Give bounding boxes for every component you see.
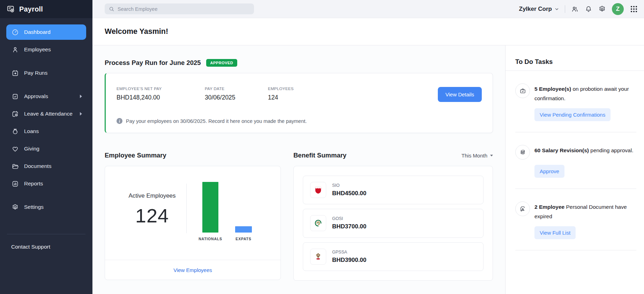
chart-axis bbox=[186, 184, 187, 233]
stat-label: EMPLOYEE’S NET PAY bbox=[117, 87, 205, 91]
benefit-amount: BHD4500.00 bbox=[332, 190, 366, 197]
nationals-bar bbox=[202, 182, 218, 233]
sidebar: Payroll Dashboard Employees Pay Runs Ap bbox=[0, 0, 92, 294]
sidebar-item-leave-attendance[interactable]: Leave & Attendance bbox=[6, 106, 86, 122]
documents-icon bbox=[12, 163, 19, 170]
payrun-card: EMPLOYEE’S NET PAY BHD148,240.00 PAY DAT… bbox=[105, 73, 493, 133]
reports-icon bbox=[12, 180, 19, 188]
settings-icon bbox=[12, 204, 19, 211]
topbar: Zylker Corp Z bbox=[92, 0, 644, 18]
task-text: 5 Employee(s) on probotion await your co… bbox=[534, 83, 636, 103]
todo-task-expired-documents: 2 Employee Personal Document have expire… bbox=[515, 189, 636, 250]
welcome-bar: Welcome Yasmin! bbox=[92, 18, 644, 45]
sidebar-item-employees[interactable]: Employees bbox=[6, 42, 86, 57]
sidebar-item-label: Reports bbox=[24, 181, 43, 187]
contact-support-link[interactable]: Contact Support bbox=[0, 234, 92, 250]
chevron-down-icon bbox=[490, 155, 493, 156]
sidebar-item-label: Settings bbox=[24, 204, 44, 210]
todo-task-salary-revisions: 60 Salary Revision(s) pending approval. … bbox=[515, 132, 636, 189]
sidebar-item-label: Dashboard bbox=[24, 29, 51, 35]
task-lead: 60 Salary Revision(s) bbox=[534, 147, 589, 153]
sidebar-item-documents[interactable]: Documents bbox=[6, 159, 86, 174]
search-input[interactable] bbox=[118, 6, 250, 12]
benefit-summary-section: Benefit Summary This Month SIO BHD4500.0… bbox=[293, 150, 493, 281]
expats-label: EXPATS bbox=[225, 237, 262, 241]
benefit-item-info: GPSSA BHD3900.00 bbox=[332, 250, 366, 264]
sidebar-item-label: Loans bbox=[24, 128, 39, 134]
payrun-title: Process Pay Run for June 2025 bbox=[105, 59, 201, 67]
filter-value: This Month bbox=[462, 153, 487, 159]
employee-summary-card: Active Employees 124 NATIONALS EXPATS Vi… bbox=[105, 166, 281, 280]
sidebar-item-dashboard[interactable]: Dashboard bbox=[6, 24, 86, 40]
task-rest: pending approval. bbox=[589, 147, 634, 153]
employee-search[interactable] bbox=[105, 3, 254, 14]
sidebar-item-settings[interactable]: Settings bbox=[6, 199, 86, 215]
sidebar-item-approvals[interactable]: Approvals bbox=[6, 89, 86, 104]
sidebar-item-label: Pay Runs bbox=[24, 70, 47, 76]
stat-value: BHD148,240.00 bbox=[117, 94, 205, 101]
sidebar-item-loans[interactable]: Loans bbox=[6, 124, 86, 139]
nationals-label: NATIONALS bbox=[192, 237, 229, 241]
stat-net-pay: EMPLOYEE’S NET PAY BHD148,240.00 bbox=[117, 87, 205, 101]
topbar-divider bbox=[565, 5, 565, 13]
view-employees-link[interactable]: View Employees bbox=[173, 267, 212, 273]
benefit-item-info: GOSI BHD3700.00 bbox=[332, 216, 366, 230]
sidebar-item-reports[interactable]: Reports bbox=[6, 176, 86, 191]
app-logo: Payroll bbox=[0, 0, 92, 18]
sidebar-item-label: Documents bbox=[24, 163, 51, 169]
stat-value: 30/06/2025 bbox=[205, 94, 268, 101]
task-lead: 2 Employee bbox=[534, 204, 564, 210]
bahrain-sio-logo bbox=[310, 182, 326, 198]
employees-icon bbox=[12, 46, 19, 53]
view-full-list-button[interactable]: View Full List bbox=[534, 226, 576, 239]
employee-summary-title: Employee Summary bbox=[105, 152, 166, 159]
app-title: Payroll bbox=[19, 5, 43, 13]
expats-bar bbox=[235, 226, 252, 233]
sidebar-item-giving[interactable]: Giving bbox=[6, 141, 86, 156]
benefit-name: SIO bbox=[332, 183, 366, 188]
org-name: Zylker Corp bbox=[519, 6, 552, 13]
avatar[interactable]: Z bbox=[612, 3, 624, 15]
apps-grid-icon[interactable] bbox=[630, 5, 638, 13]
search-icon bbox=[109, 6, 114, 12]
approve-button[interactable]: Approve bbox=[534, 165, 564, 178]
info-icon: i bbox=[117, 118, 122, 124]
benefit-item-gosi[interactable]: GOSI BHD3700.00 bbox=[303, 209, 484, 237]
todo-title: To Do Tasks bbox=[515, 58, 636, 66]
chevron-right-icon bbox=[80, 95, 82, 98]
note-text: Pay your employees on 30/06/2025. Record… bbox=[126, 118, 307, 124]
leave-attendance-icon bbox=[12, 110, 19, 118]
benefit-amount: BHD3900.00 bbox=[332, 257, 366, 264]
sidebar-item-label: Giving bbox=[24, 146, 39, 152]
approvals-icon bbox=[12, 93, 19, 100]
task-text: 60 Salary Revision(s) pending approval. bbox=[534, 145, 634, 160]
active-employees-stat: Active Employees 124 bbox=[117, 192, 187, 227]
active-employees-label: Active Employees bbox=[117, 192, 187, 199]
benefit-item-gpssa[interactable]: GPSSA BHD3900.00 bbox=[303, 242, 484, 271]
gear-icon[interactable] bbox=[598, 5, 606, 13]
benefit-item-sio[interactable]: SIO BHD4500.00 bbox=[303, 176, 484, 204]
sidebar-nav: Dashboard Employees Pay Runs Approvals bbox=[0, 18, 92, 215]
view-pending-confirmations-button[interactable]: View Pending Confirmations bbox=[534, 108, 611, 121]
summary-columns: Employee Summary Active Employees 124 NA… bbox=[105, 150, 493, 281]
benefit-item-info: SIO BHD4500.00 bbox=[332, 183, 366, 197]
view-details-button[interactable]: View Details bbox=[438, 87, 482, 102]
benefit-period-filter[interactable]: This Month bbox=[462, 153, 493, 159]
stat-label: PAY DATE bbox=[205, 87, 268, 91]
dashboard-icon bbox=[12, 29, 19, 36]
task-text: 2 Employee Personal Document have expire… bbox=[534, 201, 636, 221]
pay-runs-icon bbox=[12, 69, 19, 77]
sidebar-item-label: Leave & Attendance bbox=[24, 111, 73, 117]
task-lead: 5 Employee(s) bbox=[534, 86, 571, 92]
bell-icon[interactable] bbox=[585, 5, 592, 13]
payroll-logo-icon bbox=[6, 5, 15, 14]
briefcase-check-icon bbox=[515, 83, 530, 98]
sidebar-item-pay-runs[interactable]: Pay Runs bbox=[6, 65, 86, 81]
gpssa-uae-logo bbox=[310, 249, 326, 265]
users-icon[interactable] bbox=[571, 5, 579, 13]
org-switcher[interactable]: Zylker Corp bbox=[519, 6, 559, 13]
todo-task-probation: 5 Employee(s) on probotion await your co… bbox=[515, 71, 636, 132]
document-alert-icon bbox=[515, 201, 530, 216]
main-content: Process Pay Run for June 2025 APPROVED E… bbox=[92, 45, 505, 294]
benefit-amount: BHD3700.00 bbox=[332, 223, 366, 230]
